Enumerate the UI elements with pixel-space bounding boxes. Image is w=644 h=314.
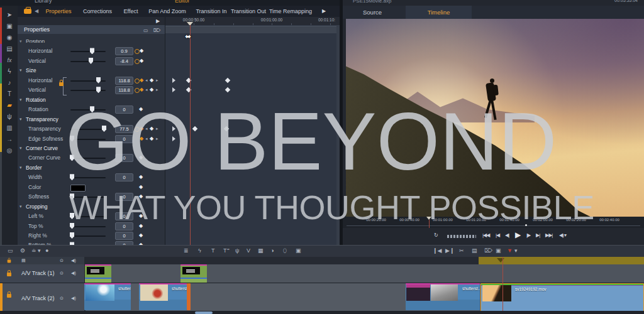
- eye-icon[interactable]: ⊙: [60, 271, 64, 276]
- volume-keyframe-icon[interactable]: V: [247, 247, 250, 254]
- keyframe-diamond-icon[interactable]: ◆: [140, 58, 143, 63]
- keyframe-diamond-icon[interactable]: ◆: [150, 87, 153, 92]
- slider-thumb[interactable]: [96, 87, 101, 93]
- camera-icon[interactable]: ▤: [472, 247, 477, 254]
- color-wheel-icon[interactable]: ◑: [270, 247, 274, 254]
- keyframe-point[interactable]: [225, 87, 230, 92]
- filmstrip-icon[interactable]: ▤: [21, 258, 26, 263]
- voiceover-mic-icon[interactable]: ψ: [235, 247, 239, 254]
- skip-start-button[interactable]: |◀◀: [482, 232, 489, 238]
- slider-track[interactable]: [70, 61, 106, 62]
- trash-icon[interactable]: ⌦: [153, 26, 160, 35]
- video-clip[interactable]: shutterst...: [139, 283, 187, 310]
- multitrack-grid-icon[interactable]: ▦: [258, 247, 264, 254]
- keyframe-ruler[interactable]: ▶ 00:00:50.0000:01:00.0000:01:10:: [18, 17, 340, 25]
- folder-icon[interactable]: ▤: [4, 45, 15, 53]
- lock-icon[interactable]: [7, 294, 11, 298]
- step-forward-button[interactable]: |▶: [526, 232, 530, 238]
- track-size-dropdown-icon[interactable]: ≐ ▾: [31, 247, 41, 254]
- tab-source[interactable]: Source: [363, 6, 382, 19]
- title-icon[interactable]: T: [211, 247, 215, 254]
- slider-thumb[interactable]: [70, 232, 74, 239]
- speaker-icon[interactable]: ◀): [71, 296, 76, 301]
- transition-clip[interactable]: [187, 283, 191, 310]
- video-clip[interactable]: shutter...: [84, 283, 131, 310]
- trim-out-icon[interactable]: ▶❙: [445, 247, 454, 254]
- disc-icon[interactable]: ◎: [4, 146, 15, 155]
- export-arrow-icon[interactable]: →: [4, 135, 15, 144]
- snapshot-icon[interactable]: ▣: [496, 247, 501, 254]
- keyframe-diamond-icon[interactable]: ◆: [150, 77, 153, 83]
- razor-split-icon[interactable]: ✂: [459, 247, 464, 254]
- video-camera-icon[interactable]: ▣: [4, 22, 15, 31]
- lock-icon[interactable]: [8, 260, 11, 263]
- film-reel-icon[interactable]: ◉: [4, 33, 15, 42]
- keyframe-toggle-icon[interactable]: ◆: [140, 87, 143, 92]
- editor-tab-properties[interactable]: Properties: [45, 6, 71, 17]
- slider-thumb[interactable]: [90, 48, 94, 54]
- editor-tab-pan-and-zoom[interactable]: Pan And Zoom: [148, 6, 186, 17]
- tab-library[interactable]: Library: [35, 0, 52, 4]
- filter-bolt-icon[interactable]: ϟ: [4, 67, 15, 76]
- editor-tab-corrections[interactable]: Corrections: [83, 6, 112, 17]
- range-playhead-marker[interactable]: [497, 258, 504, 263]
- keyframe-point[interactable]: [225, 78, 230, 83]
- scrollbar-thumb[interactable]: [195, 311, 213, 314]
- value-box[interactable]: 118.8: [115, 77, 133, 85]
- slider-track[interactable]: [70, 51, 106, 52]
- filmstrip-icon[interactable]: ▥: [4, 124, 15, 133]
- value-box[interactable]: 0.9: [115, 47, 133, 55]
- slider-thumb[interactable]: [96, 77, 101, 84]
- toolbox-icon[interactable]: [24, 9, 31, 14]
- chevron-down-icon[interactable]: ▾: [19, 40, 22, 43]
- expand-arrow-icon[interactable]: ▶: [156, 18, 160, 24]
- chevron-down-icon[interactable]: ▾: [19, 97, 22, 102]
- snapshot-camera-icon[interactable]: ▣: [296, 247, 301, 254]
- marker-icon[interactable]: ▼: [507, 247, 513, 254]
- fx-icon[interactable]: fx: [4, 56, 15, 65]
- pointer-icon[interactable]: ➤: [4, 11, 15, 19]
- chevron-down-icon[interactable]: ▾: [19, 117, 22, 122]
- timeline-ruler[interactable]: ▤⊙◀): [0, 257, 644, 264]
- slider-track[interactable]: [70, 236, 106, 237]
- slider-thumb[interactable]: [89, 58, 93, 64]
- selected-video-clip[interactable]: sv19249192.mov: [480, 283, 644, 311]
- speaker-icon[interactable]: ◀): [71, 258, 76, 263]
- eraser-icon[interactable]: ⬯: [283, 247, 287, 254]
- reset-keyframe-icon[interactable]: [135, 49, 140, 54]
- storyboard-toggle-icon[interactable]: ▭: [8, 247, 13, 254]
- skip-end-button[interactable]: ▶▶|: [545, 232, 552, 238]
- prev-keyframe-icon[interactable]: ◂: [145, 87, 148, 92]
- track2-header[interactable]: A/V Track (2) ⊙ ◀): [0, 283, 86, 311]
- video-clip[interactable]: shutterst...: [406, 283, 480, 310]
- keyframe-diamond-icon[interactable]: ◆: [139, 232, 143, 238]
- magic-bolt-icon[interactable]: ϟ: [198, 247, 201, 254]
- reset-keyframe-icon[interactable]: [135, 88, 140, 93]
- clock-icon[interactable]: ●: [45, 247, 48, 254]
- title-clip[interactable]: [85, 264, 111, 283]
- delete-clip-icon[interactable]: ⌦: [484, 247, 492, 254]
- more-tabs-icon[interactable]: ▶: [322, 8, 326, 14]
- preview-thumbnail-icon[interactable]: ▭: [143, 26, 148, 35]
- next-keyframe-icon[interactable]: ▸: [156, 78, 158, 83]
- editor-tab-transition-out[interactable]: Transition Out: [231, 6, 266, 17]
- title-text-icon[interactable]: T: [4, 90, 15, 99]
- back-arrow-icon[interactable]: ◀: [35, 8, 38, 14]
- eye-icon[interactable]: ⊙: [60, 258, 64, 263]
- value-box[interactable]: 0: [115, 232, 133, 240]
- keyframe-toggle-icon[interactable]: ◆: [140, 77, 143, 83]
- settings-gear-icon[interactable]: ⚙: [20, 247, 25, 254]
- reset-keyframe-icon[interactable]: [135, 78, 140, 84]
- marker-dropdown-icon[interactable]: ▾: [514, 247, 518, 254]
- timeline-playhead-line[interactable]: [502, 257, 503, 311]
- timeline-scrollbar[interactable]: [0, 311, 644, 314]
- music-icon[interactable]: ♪: [4, 78, 15, 87]
- audio-mixer-icon[interactable]: ≣: [184, 247, 189, 254]
- chevron-down-icon[interactable]: ▾: [19, 146, 22, 151]
- prev-keyframe-icon[interactable]: ◂: [145, 78, 148, 83]
- eye-icon[interactable]: ⊙: [60, 296, 64, 301]
- editor-tab-transition-in[interactable]: Transition In: [196, 6, 226, 17]
- jog-shuttle[interactable]: [447, 235, 476, 238]
- lock-icon[interactable]: [7, 273, 11, 276]
- title-clip[interactable]: [180, 264, 207, 283]
